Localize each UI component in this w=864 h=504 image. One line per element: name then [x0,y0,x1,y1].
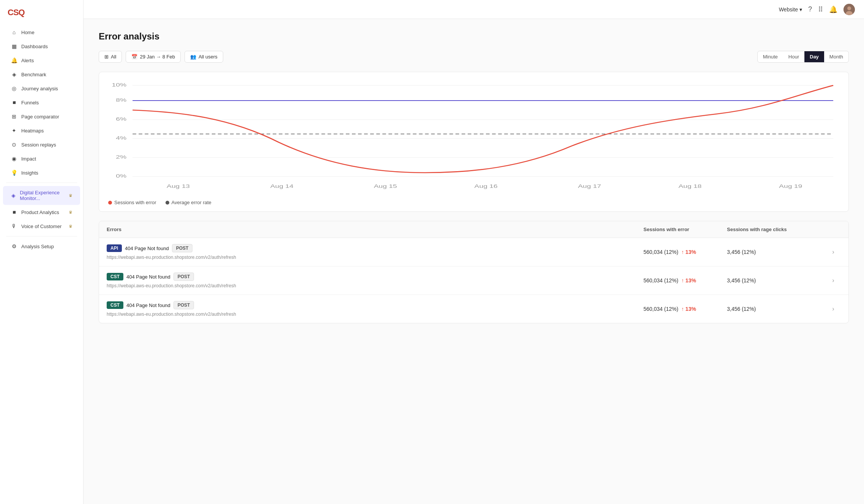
grid-icon[interactable]: ⠿ [818,5,823,14]
nav-label-heatmaps: Heatmaps [21,128,44,134]
svg-text:2%: 2% [116,154,126,159]
col-sessions: Sessions with error [643,227,727,232]
filter-date-button[interactable]: 📅 29 Jan → 8 Feb [126,51,181,63]
sidebar-item-insights[interactable]: 💡 Insights [3,166,80,180]
nav-label-benchmark: Benchmark [21,72,46,77]
nav-label-alerts: Alerts [21,58,34,63]
nav-icon-page-comparator: ⊞ [11,113,17,120]
rage-cell-2: 3,456 (12%) [727,306,826,312]
table-row[interactable]: API 404 Page Not found POST https://weba… [99,238,848,266]
nav-label-digital-experience: Digital Experience Monitor... [20,190,69,201]
error-name-2: 404 Page Not found [126,302,170,308]
filter-users-button[interactable]: 👥 All users [184,51,223,63]
sidebar-item-journey-analysis[interactable]: ◎ Journey analysis [3,82,80,95]
error-cell-1: CST 404 Page Not found POST https://weba… [107,272,643,288]
error-tags-1: CST 404 Page Not found POST [107,272,643,281]
svg-point-1 [847,6,851,10]
svg-text:0%: 0% [116,173,126,178]
sessions-change-1: ↑ 13% [681,277,696,284]
svg-text:Aug 18: Aug 18 [678,184,702,189]
tag-type-1: CST [107,273,123,280]
nav-label-journey-analysis: Journey analysis [21,86,58,91]
sidebar-item-digital-experience[interactable]: ◈ Digital Experience Monitor... ♛ [3,186,80,205]
sidebar-item-session-replays[interactable]: ⊙ Session replays [3,138,80,151]
legend-dot-avg [166,201,169,205]
nav-label-analysis-setup: Analysis Setup [21,244,54,249]
error-tags-2: CST 404 Page Not found POST [107,301,643,309]
page-content: Error analysis ⊞ All 📅 29 Jan → 8 Feb 👥 … [84,19,864,335]
nav-icon-impact: ◉ [11,156,17,162]
table-row[interactable]: CST 404 Page Not found POST https://weba… [99,266,848,295]
filter-all-icon: ⊞ [104,54,109,60]
sidebar-item-benchmark[interactable]: ◈ Benchmark [3,68,80,81]
sidebar-item-impact[interactable]: ◉ Impact [3,152,80,165]
error-name-1: 404 Page Not found [126,274,170,280]
nav-icon-journey-analysis: ◎ [11,85,17,91]
chart-svg-wrapper: 10% 8% 6% 4% 2% 0% [108,80,839,195]
chart-legend: Sessions with error Average error rate [108,200,839,205]
sidebar-item-page-comparator[interactable]: ⊞ Page comparator [3,110,80,123]
page-title: Error analysis [99,31,849,42]
svg-text:Aug 19: Aug 19 [779,184,802,189]
time-toggle-group: Minute Hour Day Month [757,51,849,63]
error-url-0: https://webapi.aws-eu.production.shopsto… [107,255,643,260]
notifications-icon[interactable]: 🔔 [829,5,837,14]
chevron-cell-2: › [826,306,841,312]
nav-icon-session-replays: ⊙ [11,142,17,148]
sessions-cell-0: 560,034 (12%) ↑ 13% [643,249,727,255]
workspace-selector[interactable]: Website ▾ [779,6,802,13]
time-btn-month[interactable]: Month [824,51,848,62]
crown-icon-voice-of-customer: ♛ [69,224,73,229]
rage-cell-1: 3,456 (12%) [727,277,826,284]
nav-label-page-comparator: Page comparator [21,114,59,120]
sidebar-item-funnels[interactable]: ◾ Funnels [3,96,80,109]
error-url-2: https://webapi.aws-eu.production.shopsto… [107,312,643,317]
nav-label-insights: Insights [21,170,38,176]
tag-method-2: POST [173,301,194,309]
error-url-1: https://webapi.aws-eu.production.shopsto… [107,283,643,288]
nav-icon-benchmark: ◈ [11,71,17,77]
error-table: Errors Sessions with error Sessions with… [99,221,849,323]
chart-container: 10% 8% 6% 4% 2% 0% [99,72,849,212]
filter-all-button[interactable]: ⊞ All [99,51,122,63]
sessions-change-2: ↑ 13% [681,306,696,312]
sidebar: CSQ ⌂ Home ▦ Dashboards 🔔 Alerts ◈ Bench… [0,0,84,504]
time-btn-hour[interactable]: Hour [783,51,804,62]
table-header: Errors Sessions with error Sessions with… [99,221,848,238]
svg-text:Aug 13: Aug 13 [167,184,190,189]
error-cell-0: API 404 Page Not found POST https://weba… [107,244,643,260]
time-btn-minute[interactable]: Minute [758,51,783,62]
nav-icon-insights: 💡 [11,170,17,176]
svg-text:8%: 8% [116,98,126,102]
help-icon[interactable]: ? [808,5,812,13]
avatar[interactable] [844,4,855,15]
sidebar-item-voice-of-customer[interactable]: 🎙 Voice of Customer ♛ [3,219,80,233]
main-content: Website ▾ ? ⠿ 🔔 Error analysis ⊞ All 📅 2… [84,0,864,504]
table-row[interactable]: CST 404 Page Not found POST https://weba… [99,295,848,323]
sidebar-item-product-analytics[interactable]: ◾ Product Analytics ♛ [3,205,80,219]
nav-label-voice-of-customer: Voice of Customer [21,224,61,229]
sessions-change-0: ↑ 13% [681,249,696,255]
time-btn-day[interactable]: Day [804,51,824,62]
topbar: Website ▾ ? ⠿ 🔔 [84,0,864,19]
sidebar-item-home[interactable]: ⌂ Home [3,25,80,39]
rage-cell-0: 3,456 (12%) [727,249,826,255]
nav-label-home: Home [21,30,35,35]
chevron-cell-1: › [826,277,841,284]
nav-label-impact: Impact [21,156,36,162]
svg-text:Aug 15: Aug 15 [374,184,397,189]
nav-label-dashboards: Dashboards [21,44,48,49]
error-cell-2: CST 404 Page Not found POST https://weba… [107,301,643,317]
svg-text:Aug 17: Aug 17 [578,184,601,189]
tag-method-1: POST [173,272,194,281]
sidebar-item-alerts[interactable]: 🔔 Alerts [3,54,80,67]
crown-icon-product-analytics: ♛ [69,210,73,215]
nav-icon-dashboards: ▦ [11,43,17,49]
error-tags-0: API 404 Page Not found POST [107,244,643,252]
nav-icon-product-analytics: ◾ [11,209,17,215]
sidebar-item-heatmaps[interactable]: ✦ Heatmaps [3,124,80,137]
sidebar-item-analysis-setup[interactable]: ⚙ Analysis Setup [3,239,80,253]
sidebar-item-dashboards[interactable]: ▦ Dashboards [3,39,80,53]
filter-left: ⊞ All 📅 29 Jan → 8 Feb 👥 All users [99,51,223,63]
tag-method-0: POST [172,244,193,252]
